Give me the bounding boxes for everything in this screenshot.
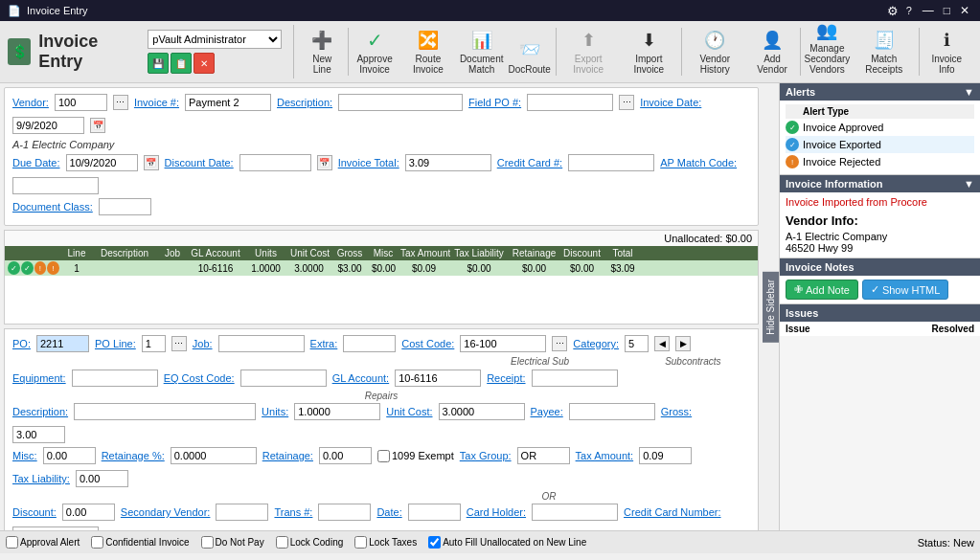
payee-input[interactable]: [569, 403, 655, 420]
match-receipts-button[interactable]: 🧾 Match Receipts: [852, 25, 917, 78]
discount-date-input[interactable]: [239, 154, 311, 171]
tax-liab-label[interactable]: Tax Liability:: [12, 473, 70, 484]
hide-sidebar-button[interactable]: Hide Sidebar: [763, 272, 779, 343]
invoice-total-label[interactable]: Invoice Total:: [338, 157, 399, 168]
tax-group-input[interactable]: [517, 447, 570, 464]
secondary-vendor-label[interactable]: Secondary Vendor:: [121, 506, 211, 518]
ten99-exempt-checkbox[interactable]: [377, 450, 390, 462]
invoice-date-label[interactable]: Invoice Date:: [640, 97, 701, 108]
retainage-input[interactable]: [319, 447, 372, 464]
po-line-lookup[interactable]: ⋯: [171, 336, 187, 351]
equipment-input[interactable]: [72, 370, 158, 387]
export-invoice-button[interactable]: ⬆ Export Invoice: [558, 25, 618, 78]
invoice-num-input[interactable]: [185, 94, 271, 111]
user-select[interactable]: pVault Administrator: [148, 30, 282, 49]
card-holder-input[interactable]: [532, 504, 618, 521]
route-invoice-button[interactable]: 🔀 Route Invoice: [399, 25, 458, 78]
docroute-button[interactable]: 📨 DocRoute: [506, 25, 554, 78]
discount-date-calendar[interactable]: 📅: [317, 155, 332, 170]
settings-icon[interactable]: ⚙: [887, 4, 899, 18]
ap-match-label[interactable]: AP Match Code:: [660, 157, 737, 168]
credit-card-input[interactable]: [568, 154, 654, 171]
date-input[interactable]: [408, 504, 461, 521]
po-line-input[interactable]: [142, 335, 166, 352]
category-btn2[interactable]: ▶: [675, 336, 691, 351]
secondary-vendor-input[interactable]: [216, 504, 268, 521]
invoice-date-calendar[interactable]: 📅: [90, 118, 105, 133]
payee-label[interactable]: Payee:: [531, 406, 563, 417]
po-label[interactable]: PO:: [12, 338, 31, 349]
row-icon-4[interactable]: !: [47, 261, 59, 275]
vendor-history-button[interactable]: 🕐 Vendor History: [684, 25, 746, 78]
detail-gross-input[interactable]: [12, 426, 65, 443]
close-button[interactable]: ✕: [957, 4, 972, 17]
tax-liab-input[interactable]: [76, 470, 128, 487]
invoice-total-input[interactable]: [405, 154, 491, 171]
credit-card-label[interactable]: Credit Card #:: [497, 157, 562, 168]
document-class-label[interactable]: Document Class:: [12, 201, 93, 213]
credit-card-num-input[interactable]: [12, 526, 99, 530]
po-input[interactable]: [36, 335, 89, 352]
description-label[interactable]: Description:: [277, 97, 332, 108]
receipt-input[interactable]: [532, 370, 618, 387]
tax-group-label[interactable]: Tax Group:: [460, 450, 512, 461]
unit-cost-label[interactable]: Unit Cost:: [386, 406, 432, 417]
help-icon[interactable]: ?: [906, 5, 912, 16]
trans-num-input[interactable]: [318, 504, 371, 521]
due-date-label[interactable]: Due Date:: [12, 157, 60, 168]
equipment-label[interactable]: Equipment:: [12, 372, 66, 384]
invoice-info-collapse[interactable]: ▼: [964, 178, 974, 190]
copy-icon-button[interactable]: 📋: [171, 53, 192, 74]
units-input[interactable]: [294, 403, 380, 420]
cost-code-lookup[interactable]: ⋯: [552, 336, 567, 351]
due-date-calendar[interactable]: 📅: [144, 155, 159, 170]
credit-card-num-label[interactable]: Credit Card Number:: [624, 506, 720, 518]
date-label[interactable]: Date:: [376, 506, 401, 518]
tax-amount-input[interactable]: [639, 447, 692, 464]
document-class-input[interactable]: [99, 198, 151, 215]
job-label[interactable]: Job:: [193, 338, 213, 349]
detail-gross-label[interactable]: Gross:: [661, 406, 692, 417]
show-html-button[interactable]: ✓ Show HTML: [862, 280, 949, 300]
vendor-input[interactable]: [55, 94, 107, 111]
retainage-label[interactable]: Retainage:: [262, 450, 313, 461]
category-btn1[interactable]: ◀: [654, 336, 670, 351]
row-icon-1[interactable]: ✓: [8, 261, 20, 275]
invoice-num-label[interactable]: Invoice #:: [134, 97, 179, 108]
unit-cost-input[interactable]: [439, 403, 525, 420]
invoice-date-input[interactable]: [12, 117, 84, 134]
table-row[interactable]: ✓ ✓ ! ! 1 10-6116 1.0000 3.0000 $3.00 $0…: [5, 260, 758, 276]
card-holder-label[interactable]: Card Holder:: [467, 506, 526, 518]
category-input[interactable]: [625, 335, 649, 352]
gl-account-label[interactable]: GL Account:: [332, 372, 390, 384]
retainage-pct-input[interactable]: [171, 447, 257, 464]
po-line-label[interactable]: PO Line:: [95, 338, 136, 349]
detail-desc-label[interactable]: Description:: [12, 406, 68, 417]
vendor-lookup-button[interactable]: ⋯: [113, 95, 128, 110]
invoice-info-button[interactable]: ℹ Invoice Info: [922, 25, 972, 78]
confidential-invoice-checkbox[interactable]: [91, 536, 103, 549]
category-label[interactable]: Category:: [573, 338, 619, 349]
field-po-label[interactable]: Field PO #:: [468, 97, 521, 108]
description-input[interactable]: [338, 94, 463, 111]
misc-input[interactable]: [43, 447, 96, 464]
new-line-button[interactable]: ➕ New Line: [298, 25, 346, 78]
approval-alert-checkbox[interactable]: [6, 536, 18, 549]
discount-label[interactable]: Discount:: [12, 506, 57, 518]
do-not-pay-checkbox[interactable]: [201, 536, 214, 549]
minimize-button[interactable]: —: [920, 4, 937, 17]
extra-input[interactable]: [343, 335, 396, 352]
misc-label[interactable]: Misc:: [12, 450, 37, 461]
eq-cost-code-label[interactable]: EQ Cost Code:: [164, 372, 235, 384]
row-icon-2[interactable]: ✓: [21, 261, 34, 275]
add-vendor-button[interactable]: 👤 Add Vendor: [746, 25, 798, 78]
field-po-lookup-button[interactable]: ⋯: [619, 95, 634, 110]
auto-fill-checkbox[interactable]: [428, 536, 441, 549]
lock-coding-checkbox[interactable]: [276, 536, 288, 549]
save-icon-button[interactable]: 💾: [148, 53, 169, 74]
trans-num-label[interactable]: Trans #:: [274, 506, 312, 518]
cost-code-input[interactable]: [460, 335, 546, 352]
detail-desc-input[interactable]: [74, 403, 256, 420]
job-input[interactable]: [218, 335, 305, 352]
row-icon-3[interactable]: !: [34, 261, 47, 275]
